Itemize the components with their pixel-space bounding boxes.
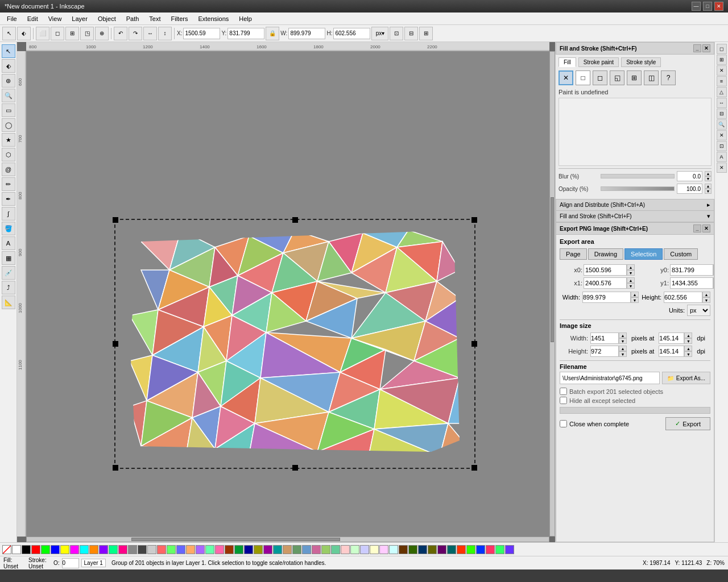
swatch-26[interactable] — [263, 545, 272, 554]
panel-close-btn[interactable]: ✕ — [702, 44, 710, 52]
y0-input[interactable] — [670, 264, 713, 276]
rt-btn8[interactable]: 🔍 — [717, 119, 727, 130]
x1-up[interactable]: ▲ — [627, 277, 635, 283]
opacity-value[interactable] — [677, 184, 702, 194]
dpi1-input[interactable] — [659, 332, 684, 344]
opacity-up[interactable]: ▲ — [705, 184, 712, 189]
tool-callig[interactable]: ∫ — [2, 207, 15, 221]
toolbar-btn4[interactable]: ◳ — [80, 27, 94, 40]
paint-none[interactable]: ✕ — [559, 70, 573, 85]
ih-up[interactable]: ▲ — [619, 346, 627, 351]
rt-btn6[interactable]: ↔ — [717, 98, 727, 108]
filename-input[interactable] — [560, 372, 660, 384]
export-tab-selection[interactable]: Selection — [624, 248, 663, 260]
swatch-22[interactable] — [225, 545, 234, 554]
tool-star[interactable]: ★ — [2, 133, 15, 147]
swatch-45[interactable] — [447, 545, 456, 554]
swatch-20[interactable] — [205, 545, 214, 554]
handle-mr[interactable] — [471, 341, 477, 347]
swatch-15[interactable] — [157, 545, 166, 554]
tool-bucket[interactable]: 🪣 — [2, 222, 15, 235]
swatch-8[interactable] — [89, 545, 98, 554]
rt-btn2[interactable]: ⊞ — [717, 55, 727, 65]
swatch-16[interactable] — [167, 545, 176, 554]
x0-down[interactable]: ▼ — [627, 270, 635, 276]
rt-btn4[interactable]: ≡ — [717, 76, 727, 86]
width-down[interactable]: ▼ — [631, 297, 639, 303]
swatch-46[interactable] — [457, 545, 466, 554]
toolbar-btn3[interactable]: ⊞ — [65, 27, 79, 40]
dpi2-input[interactable] — [659, 346, 684, 357]
close-button[interactable]: ✕ — [714, 2, 723, 11]
rt-btn3[interactable]: ✕ — [717, 65, 727, 76]
x1-down[interactable]: ▼ — [627, 283, 635, 289]
swatch-39[interactable] — [389, 545, 398, 554]
swatch-18[interactable] — [186, 545, 195, 554]
height-input[interactable] — [664, 292, 702, 303]
swatch-9[interactable] — [99, 545, 108, 554]
toolbar-select[interactable]: ↖ — [2, 27, 16, 40]
export-panel-header[interactable]: Export PNG Image (Shift+Ctrl+E) _ ✕ — [556, 222, 714, 235]
menu-object[interactable]: Object — [93, 14, 121, 23]
swatch-40[interactable] — [399, 545, 408, 554]
swatch-31[interactable] — [312, 545, 321, 554]
d1-up[interactable]: ▲ — [684, 332, 692, 338]
swatch-48[interactable] — [476, 545, 485, 554]
swatch-29[interactable] — [292, 545, 301, 554]
menu-view[interactable]: View — [44, 14, 67, 23]
swatch-19[interactable] — [196, 545, 205, 554]
vertical-scrollbar[interactable] — [549, 51, 555, 537]
maximize-button[interactable]: □ — [703, 2, 712, 11]
paint-flat[interactable]: □ — [576, 70, 590, 85]
paint-swatch[interactable]: ◫ — [644, 70, 659, 85]
tool-pen[interactable]: ✒ — [2, 192, 15, 206]
handle-bc[interactable] — [292, 465, 298, 471]
toolbar-btn7[interactable]: ↷ — [129, 27, 142, 40]
swatch-41[interactable] — [408, 545, 417, 554]
v-scroll-thumb[interactable] — [551, 197, 554, 343]
y1-input[interactable] — [670, 277, 713, 289]
swatch-34[interactable] — [341, 545, 350, 554]
height-down[interactable]: ▼ — [702, 297, 710, 303]
toolbar-snap3[interactable]: ⊞ — [419, 27, 433, 40]
swatch-1[interactable] — [22, 545, 31, 554]
height-up[interactable]: ▲ — [702, 292, 710, 297]
w-input[interactable] — [288, 28, 325, 39]
swatch-43[interactable] — [428, 545, 437, 554]
toolbar-snap1[interactable]: ⊡ — [390, 27, 403, 40]
ih-down[interactable]: ▼ — [619, 351, 627, 357]
swatch-0[interactable] — [12, 545, 21, 554]
d1-down[interactable]: ▼ — [684, 338, 692, 344]
close-when-checkbox[interactable] — [560, 420, 567, 427]
rt-btn12[interactable]: ✕ — [717, 163, 727, 173]
selection-box[interactable] — [114, 219, 475, 469]
menu-edit[interactable]: Edit — [23, 14, 43, 23]
export-as-button[interactable]: 📁 Export As... — [662, 372, 710, 384]
handle-tl[interactable] — [113, 217, 118, 223]
swatch-25[interactable] — [254, 545, 263, 554]
export-button[interactable]: ✓ Export — [665, 417, 710, 430]
x0-input[interactable] — [584, 264, 627, 276]
menu-extensions[interactable]: Extensions — [193, 14, 233, 23]
opacity-input[interactable] — [62, 558, 79, 568]
swatch-11[interactable] — [118, 545, 127, 554]
swatch-10[interactable] — [109, 545, 118, 554]
align-panel-header[interactable]: Align and Distribute (Shift+Ctrl+A) ▸ — [556, 199, 714, 211]
tool-spiral[interactable]: @ — [2, 163, 15, 176]
tool-zoom[interactable]: 🔍 — [2, 89, 15, 102]
toolbar-btn9[interactable]: ↕ — [158, 27, 172, 40]
swatch-37[interactable] — [370, 545, 379, 554]
toolbar-btn6[interactable]: ↶ — [114, 27, 127, 40]
blur-value[interactable] — [677, 171, 702, 181]
iw-down[interactable]: ▼ — [619, 338, 627, 344]
rt-btn5[interactable]: △ — [717, 87, 727, 97]
toolbar-btn1[interactable]: ⬜ — [36, 27, 49, 40]
tool-pencil[interactable]: ✏ — [2, 177, 15, 191]
rt-btn9[interactable]: ✕ — [717, 130, 727, 140]
tab-fill[interactable]: Fill — [559, 57, 576, 67]
img-width-input[interactable] — [590, 332, 619, 344]
handle-tr[interactable] — [471, 217, 477, 223]
swatch-3[interactable] — [41, 545, 50, 554]
h-input[interactable] — [333, 28, 370, 39]
swatch-27[interactable] — [273, 545, 282, 554]
